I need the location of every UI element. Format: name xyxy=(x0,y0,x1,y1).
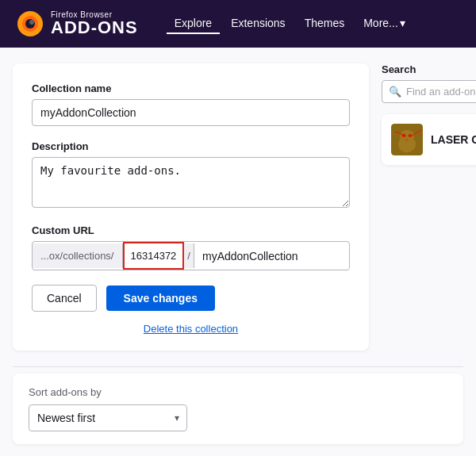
firefox-logo xyxy=(16,10,44,38)
right-panel: Search 🔍 Find an add-on to inclu xyxy=(382,63,476,351)
svg-point-3 xyxy=(29,20,34,25)
main-nav: Explore Extensions Themes More... ▾ xyxy=(167,13,413,34)
svg-point-10 xyxy=(408,134,412,137)
chevron-down-icon: ▾ xyxy=(400,17,405,29)
brand-text: Firefox Browser ADD-ONS xyxy=(51,11,138,36)
nav-themes[interactable]: Themes xyxy=(297,13,353,34)
custom-url-label: Custom URL xyxy=(32,224,350,236)
url-separator: / xyxy=(184,243,194,268)
search-placeholder: Find an add-on to inclu xyxy=(406,86,476,98)
search-label: Search xyxy=(382,63,476,75)
description-label: Description xyxy=(32,140,350,152)
url-slug-input[interactable] xyxy=(194,243,349,269)
url-row: ...ox/collections/ 16314372 / xyxy=(32,241,350,270)
collection-name-group: Collection name xyxy=(32,82,350,126)
sort-select-wrapper: Newest first Oldest first Name A-Z Name … xyxy=(29,404,187,431)
save-button[interactable]: Save changes xyxy=(106,285,215,311)
description-input[interactable]: My favourite add-ons. xyxy=(32,157,350,208)
custom-url-group: Custom URL ...ox/collections/ 16314372 / xyxy=(32,224,350,270)
collection-name-label: Collection name xyxy=(32,82,350,94)
url-id: 16314372 xyxy=(123,242,185,270)
nav-extensions[interactable]: Extensions xyxy=(223,13,293,34)
search-section: Search 🔍 Find an add-on to inclu xyxy=(382,63,476,103)
logo-area: Firefox Browser ADD-ONS xyxy=(16,10,138,38)
svg-point-13 xyxy=(405,138,408,140)
form-panel: Collection name Description My favourite… xyxy=(13,63,369,351)
addons-label: ADD-ONS xyxy=(51,19,138,36)
laser-cat-image xyxy=(391,124,423,155)
url-prefix: ...ox/collections/ xyxy=(33,243,123,268)
search-icon: 🔍 xyxy=(389,86,401,98)
sort-label: Sort add-ons by xyxy=(29,386,447,398)
buttons-row: Cancel Save changes xyxy=(32,285,350,312)
description-group: Description My favourite add-ons. xyxy=(32,140,350,210)
nav-explore[interactable]: Explore xyxy=(167,13,220,34)
collection-name-input[interactable] xyxy=(32,99,350,126)
header: Firefox Browser ADD-ONS Explore Extensio… xyxy=(0,0,476,48)
delete-collection-link[interactable]: Delete this collection xyxy=(32,323,350,335)
nav-more[interactable]: More... ▾ xyxy=(355,13,413,34)
addon-name-laser-cat: LASER CAT xyxy=(431,133,476,146)
section-divider xyxy=(13,366,463,367)
cancel-button[interactable]: Cancel xyxy=(32,285,97,312)
addon-icon-laser-cat xyxy=(391,124,423,155)
sort-select[interactable]: Newest first Oldest first Name A-Z Name … xyxy=(29,404,187,431)
search-box[interactable]: 🔍 Find an add-on to inclu xyxy=(382,80,476,103)
main-content: Collection name Description My favourite… xyxy=(0,48,476,366)
sort-panel: Sort add-ons by Newest first Oldest firs… xyxy=(13,374,463,444)
addon-card-laser-cat[interactable]: LASER CAT xyxy=(382,114,476,165)
